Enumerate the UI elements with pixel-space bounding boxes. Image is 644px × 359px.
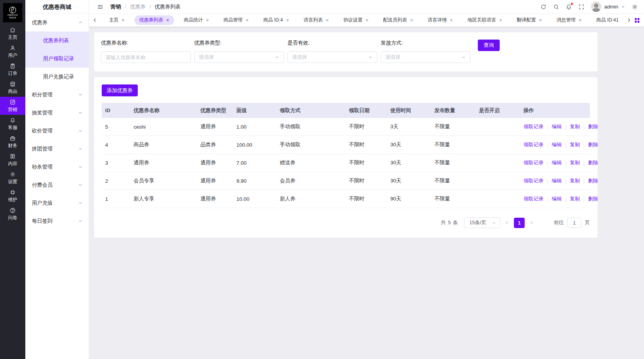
menu-item[interactable]: 优惠券列表 xyxy=(25,31,89,50)
action-receive-records[interactable]: 领取记录 xyxy=(523,123,543,130)
action-receive-records[interactable]: 领取记录 xyxy=(523,195,543,202)
close-icon[interactable]: × xyxy=(326,18,329,23)
close-icon[interactable]: × xyxy=(450,18,453,23)
action-copy[interactable]: 复制 xyxy=(570,159,580,166)
action-edit[interactable]: 编辑 xyxy=(552,141,561,148)
tab-9[interactable]: 地区关联语言× xyxy=(462,15,507,25)
tab-12[interactable]: 商品 ID:41× xyxy=(591,15,622,25)
menu-group-4[interactable]: 拼团管理 xyxy=(25,140,89,158)
rail-item-home[interactable]: 主页 xyxy=(0,25,25,43)
rail-item-settings[interactable]: 设置 xyxy=(0,169,25,187)
close-icon[interactable]: × xyxy=(166,18,169,23)
action-edit[interactable]: 编辑 xyxy=(552,195,561,202)
tab-4[interactable]: 商品 ID:4× xyxy=(258,15,294,25)
close-icon[interactable]: × xyxy=(365,18,368,23)
search-button[interactable]: 查询 xyxy=(478,40,500,51)
action-delete[interactable]: 删除 xyxy=(588,123,598,130)
page-number-button[interactable]: 1 xyxy=(514,218,525,228)
close-icon[interactable]: × xyxy=(122,18,125,23)
tab-options-grid-icon[interactable] xyxy=(635,18,639,23)
rail-item-maintenance[interactable]: 维护 xyxy=(0,187,25,205)
tab-2[interactable]: 商品统计× xyxy=(179,15,214,25)
tab-5[interactable]: 语言列表× xyxy=(299,15,334,25)
menu-group-3[interactable]: 砍价管理 xyxy=(25,122,89,140)
action-receive-records[interactable]: 领取记录 xyxy=(523,141,543,148)
menu-group-0[interactable]: 优惠券 xyxy=(25,13,89,31)
menu-group-1[interactable]: 积分管理 xyxy=(25,86,89,104)
filter-label: 优惠券名称: xyxy=(101,40,191,46)
rail-item-content[interactable]: 内容 xyxy=(0,151,25,169)
action-copy[interactable]: 复制 xyxy=(570,141,580,148)
fullscreen-icon[interactable] xyxy=(578,4,585,10)
rail-item-orders[interactable]: 订单 xyxy=(0,61,25,79)
action-delete[interactable]: 删除 xyxy=(588,159,598,166)
tab-6[interactable]: 协议设置× xyxy=(338,15,373,25)
user-menu[interactable]: admin xyxy=(591,2,625,12)
goto-page-input[interactable] xyxy=(567,218,581,228)
coupon-type-select[interactable]: 请选择 xyxy=(194,51,284,63)
column-header: 使用时间 xyxy=(387,107,431,114)
action-copy[interactable]: 复制 xyxy=(570,123,580,130)
tab-8[interactable]: 语言详情× xyxy=(423,15,458,25)
cell-method: 新人券 xyxy=(276,195,345,202)
action-delete[interactable]: 删除 xyxy=(588,177,598,184)
action-edit[interactable]: 编辑 xyxy=(552,177,561,184)
rail-item-service[interactable]: 客服 xyxy=(0,115,25,133)
menu-group-6[interactable]: 付费会员 xyxy=(25,176,89,194)
action-copy[interactable]: 复制 xyxy=(570,177,580,184)
menu-item[interactable]: 用户兑换记录 xyxy=(25,68,89,86)
close-icon[interactable]: × xyxy=(499,18,502,23)
tabs-scroll-left-icon[interactable] xyxy=(91,18,99,23)
cell-quantity: 不限量 xyxy=(431,159,476,166)
chevron-down-icon xyxy=(492,221,496,225)
tabs-scroll-right-icon[interactable] xyxy=(624,18,633,23)
action-edit[interactable]: 编辑 xyxy=(552,123,561,130)
is-valid-select[interactable]: 请选择 xyxy=(287,51,377,63)
action-edit[interactable]: 编辑 xyxy=(552,159,561,166)
rail-item-survey[interactable]: 问卷 xyxy=(0,205,25,223)
rail-item-marketing[interactable]: 营销 xyxy=(0,97,25,115)
menu-group-8[interactable]: 每日签到 xyxy=(25,212,89,230)
rail-item-products[interactable]: 商品 xyxy=(0,79,25,97)
issue-method-select[interactable]: 请选择 xyxy=(381,51,471,63)
menu-group-7[interactable]: 用户充值 xyxy=(25,194,89,212)
coupon-name-input[interactable] xyxy=(101,51,191,63)
tab-3[interactable]: 商品管理× xyxy=(218,15,254,25)
menu-item[interactable]: 用户领取记录 xyxy=(25,50,89,68)
close-icon[interactable]: × xyxy=(206,18,209,23)
menu-group-5[interactable]: 秒杀管理 xyxy=(25,158,89,176)
close-icon[interactable]: × xyxy=(539,18,542,23)
tab-1[interactable]: 优惠券列表× xyxy=(134,15,174,25)
tab-10[interactable]: 翻译配置× xyxy=(512,15,547,25)
action-delete[interactable]: 删除 xyxy=(588,141,598,148)
breadcrumb-item[interactable]: 优惠券 xyxy=(130,3,146,10)
tab-11[interactable]: 消息管理× xyxy=(552,15,587,25)
collapse-sidebar-icon[interactable] xyxy=(97,4,103,10)
tab-0[interactable]: 主页× xyxy=(104,15,130,25)
rail-item-finance[interactable]: 财务 xyxy=(0,133,25,151)
menu-group-2[interactable]: 抽奖管理 xyxy=(25,104,89,122)
breadcrumb-separator: / xyxy=(125,4,126,10)
close-icon[interactable]: × xyxy=(410,18,413,23)
cell-date: 不限时 xyxy=(345,195,387,202)
breadcrumb-item[interactable]: 营销 xyxy=(111,3,121,10)
refresh-icon[interactable] xyxy=(540,4,547,10)
cell-quantity: 不限量 xyxy=(431,141,476,148)
close-icon[interactable]: × xyxy=(622,18,622,23)
action-delete[interactable]: 删除 xyxy=(588,195,598,202)
rail-item-users[interactable]: 用户 xyxy=(0,43,25,61)
prev-page-icon[interactable] xyxy=(505,220,509,225)
search-icon[interactable] xyxy=(553,4,559,10)
page-size-select[interactable]: 15条/页 xyxy=(464,217,500,228)
close-icon[interactable]: × xyxy=(286,18,289,23)
close-icon[interactable]: × xyxy=(246,18,249,23)
add-coupon-button[interactable]: 添加优惠券 xyxy=(102,84,138,96)
tab-7[interactable]: 配送员列表× xyxy=(378,15,418,25)
settings-gear-icon[interactable] xyxy=(632,4,638,10)
notifications-bell-icon[interactable] xyxy=(566,4,572,10)
action-receive-records[interactable]: 领取记录 xyxy=(523,159,543,166)
close-icon[interactable]: × xyxy=(579,18,582,23)
action-copy[interactable]: 复制 xyxy=(570,195,580,202)
action-receive-records[interactable]: 领取记录 xyxy=(523,177,543,184)
next-page-icon[interactable] xyxy=(529,220,534,225)
